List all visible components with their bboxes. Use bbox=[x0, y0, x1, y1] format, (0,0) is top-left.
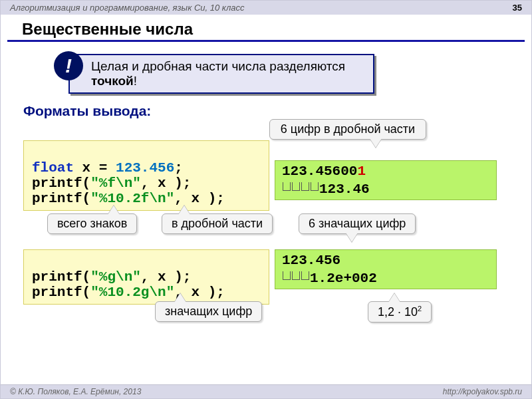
callout-frac-part: в дробной части bbox=[162, 213, 273, 234]
code-block-2: printf("%g\n", x ); printf("%10.2g\n", x… bbox=[23, 249, 269, 305]
note-text-c: ! bbox=[134, 74, 137, 88]
output-block-1: 123.456001 123.46 bbox=[275, 160, 497, 200]
callout-sci-notation: 1,2 · 102 bbox=[368, 301, 432, 323]
subheading: Форматы вывода: bbox=[23, 103, 531, 119]
page-title: Вещественные числа bbox=[7, 15, 525, 42]
code-block-1: float x = 123.456; printf("%f\n", x ); p… bbox=[23, 140, 269, 211]
course-label: Алгоритмизация и программирование, язык … bbox=[10, 3, 245, 13]
note-text-a: Целая и дробная части числа разделяются bbox=[91, 59, 345, 73]
note-text-b: точкой bbox=[91, 74, 134, 88]
callout-total-chars: всего знаков bbox=[47, 213, 137, 234]
copyright: © К.Ю. Поляков, Е.А. Ерёмин, 2013 bbox=[10, 387, 141, 396]
footer: © К.Ю. Поляков, Е.А. Ерёмин, 2013 http:/… bbox=[1, 384, 531, 398]
page-number: 35 bbox=[513, 3, 522, 13]
output-block-2: 123.456 1.2e+002 bbox=[275, 249, 497, 289]
callout-six-digits: 6 цифр в дробной части bbox=[269, 119, 426, 140]
exclamation-icon: ! bbox=[54, 51, 83, 80]
out2-line2: 1.2e+002 bbox=[282, 268, 489, 286]
callout-sig-digits: значащих цифр bbox=[155, 301, 262, 322]
out1-line1: 123.456001 bbox=[282, 164, 489, 179]
note-box: Целая и дробная части числа разделяются … bbox=[68, 54, 374, 94]
footer-url: http://kpolyakov.spb.ru bbox=[443, 387, 522, 396]
note-row: ! Целая и дробная части числа разделяютс… bbox=[54, 54, 531, 94]
header: Алгоритмизация и программирование, язык … bbox=[1, 1, 531, 15]
out1-line2: 123.46 bbox=[282, 179, 489, 197]
content-area: ! Целая и дробная части числа разделяютс… bbox=[1, 54, 531, 399]
callout-six-sig: 6 значащих цифр bbox=[299, 213, 416, 234]
out2-line1: 123.456 bbox=[282, 253, 489, 268]
